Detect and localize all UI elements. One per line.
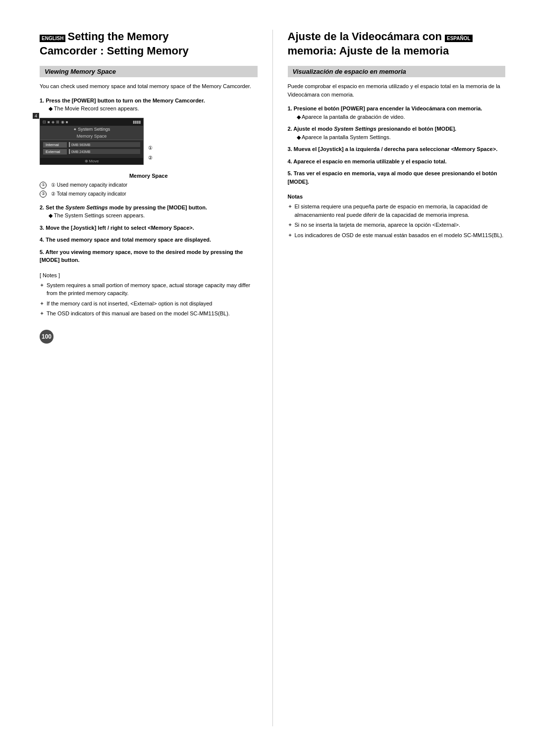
step-3-num: 3. [40, 225, 46, 231]
camera-screen-diagram: ⊡ ■ ◈ ⊞ ◉ ■ ▮▮▮▮ ✦ System Settings [40, 118, 144, 165]
right-step-3-text: Mueva el [Joystick] a la izquierda / der… [294, 146, 497, 152]
right-step-3-num: 3. [288, 146, 294, 152]
cam-battery-icon: ▮▮▮▮ [133, 120, 141, 124]
right-title: Ajuste de la Videocámara con ESPAÑOL mem… [288, 30, 506, 58]
left-notes: [ Notes ] ✦ System requires a small port… [40, 272, 258, 318]
right-note-3: ✦ Los indicadores de OSD de este manual … [288, 231, 506, 240]
lang-badge-en: ENGLISH [40, 35, 65, 42]
lang-badge-es: ESPAÑOL [445, 35, 473, 42]
title-line2: Camcorder : Setting Memory [40, 44, 258, 58]
cam-external-fill [69, 149, 70, 154]
diagram-wrapper: 4 ⊡ ■ ◈ ⊞ ◉ ■ ▮▮▮▮ [40, 118, 144, 165]
title-line1: Setting the Memory [67, 30, 168, 43]
cam-icon-5: ◉ [61, 120, 64, 124]
note-1-text: System requires a small portion of memor… [47, 281, 258, 298]
right-notes: Notas ✦ El sistema requiere una pequeña … [288, 194, 506, 239]
left-title: ENGLISHSetting the Memory Camcorder : Se… [40, 30, 258, 58]
diagram-area: 4 ⊡ ■ ◈ ⊞ ◉ ■ ▮▮▮▮ [40, 118, 258, 165]
right-step-1: 1. Presione el botón [POWER] para encend… [288, 104, 506, 121]
step-2-num: 2. [40, 204, 46, 210]
cam-icon-1: ⊡ [43, 120, 46, 124]
note-3: ✦ The OSD indicators of this manual are … [40, 309, 258, 318]
cam-top-bar: ⊡ ■ ◈ ⊞ ◉ ■ ▮▮▮▮ [40, 118, 143, 126]
page: ENGLISHSetting the Memory Camcorder : Se… [0, 0, 535, 756]
note-1: ✦ System requires a small portion of mem… [40, 281, 258, 298]
left-intro: You can check used memory space and tota… [40, 82, 258, 91]
step-1-text: Press the [POWER] button to turn on the … [46, 98, 205, 103]
cam-external-value: 0MB 243MB [71, 150, 91, 153]
two-column-layout: ENGLISHSetting the Memory Camcorder : Se… [40, 30, 505, 726]
step-4: 4. The used memory space and total memor… [40, 236, 258, 244]
notes-title: [ Notes ] [40, 272, 258, 278]
step4-badge: 4 [33, 113, 39, 119]
cam-top-icons: ⊡ ■ ◈ ⊞ ◉ ■ [43, 120, 68, 124]
right-note-2: ✦ Si no se inserta la tarjeta de memoria… [288, 221, 506, 229]
right-step-2-text: Ajuste el modo System Settings presionan… [293, 126, 456, 132]
step-2-bullet: The System Settings screen appears. [49, 211, 258, 220]
step-5-text: After you viewing memory space, move to … [40, 249, 243, 263]
cam-internal-label: Internal [43, 142, 67, 148]
right-step-4: 4. Aparece el espacio en memoria utiliza… [288, 157, 506, 166]
note-2: ✦ If the memory card is not inserted, <E… [40, 300, 258, 308]
left-subsection-header: Viewing Memory Space [40, 66, 258, 77]
step-2: 2. Set the System Settings mode by press… [40, 203, 258, 220]
page-number-area: 100 [40, 320, 258, 344]
memory-space-caption: Memory Space [40, 173, 258, 179]
cam-title-text: System Settings [78, 127, 110, 132]
left-column: ENGLISHSetting the Memory Camcorder : Se… [40, 30, 273, 726]
right-title-line2: memoria: Ajuste de la memoria [288, 45, 449, 57]
cam-external-label: External [43, 149, 67, 154]
annotation-circle-2: ② [148, 155, 153, 160]
annotation-circle-1: ① [148, 145, 153, 151]
cam-external-bar: 0MB 243MB [69, 149, 140, 154]
note-3-diamond: ✦ [40, 309, 44, 318]
cam-icon-4: ⊞ [56, 120, 59, 124]
cam-body: Internal 0MB 983MB External [40, 140, 143, 158]
step-2-text: Set the System Settings mode by pressing… [46, 204, 207, 210]
num-1-badge: ① [40, 182, 47, 189]
cam-internal-value: 0MB 983MB [71, 143, 91, 147]
step-3: 3. Move the [Joystick] left / right to s… [40, 224, 258, 232]
cam-internal-row: Internal 0MB 983MB [43, 142, 140, 148]
cam-settings-icon: ✦ [73, 127, 77, 132]
step-4-text: The used memory space and total memory s… [46, 237, 211, 243]
note-2-text: If the memory card is not inserted, <Ext… [47, 300, 212, 308]
cam-internal-fill [69, 142, 70, 147]
cam-internal-bar: 0MB 983MB [69, 142, 140, 147]
note-3-text: The OSD indicators of this manual are ba… [47, 309, 230, 318]
step-3-text: Move the [Joystick] left / right to sele… [46, 225, 194, 231]
right-step-4-text: Aparece el espacio en memoria utilizable… [293, 158, 446, 164]
right-note-1-diamond: ✦ [288, 202, 292, 211]
cam-icon-2: ■ [48, 120, 50, 124]
memory-space-caption-area: Memory Space ① ① Used memory capacity in… [40, 173, 258, 198]
right-note-3-diamond: ✦ [288, 231, 292, 240]
right-note-3-text: Los indicadores de OSD de este manual es… [295, 231, 504, 240]
cam-icon-6: ■ [66, 120, 68, 124]
note-1-diamond: ✦ [40, 281, 44, 290]
page-number-badge: 100 [40, 330, 54, 344]
cam-bottom-text: Move [89, 159, 99, 163]
right-step-5-num: 5. [288, 170, 294, 176]
right-step-4-num: 4. [288, 158, 294, 164]
right-notes-title: Notas [288, 194, 506, 200]
right-step-2-bullet: Aparece la pantalla System Settings. [297, 133, 506, 142]
num-2-badge: ② [40, 191, 47, 198]
right-step-1-bullet: Aparece la pantalla de grabación de vide… [297, 113, 506, 121]
right-step-2: 2. Ajuste el modo System Settings presio… [288, 125, 506, 141]
right-note-2-text: Si no se inserta la tarjeta de memoria, … [295, 221, 460, 229]
right-column: Ajuste de la Videocámara con ESPAÑOL mem… [273, 30, 506, 726]
cam-icon-3: ◈ [52, 120, 54, 124]
step-1-num: 1. [40, 98, 46, 103]
right-step-5-text: Tras ver el espacio en memoria, vaya al … [288, 170, 497, 185]
right-step-1-num: 1. [288, 105, 294, 111]
right-intro: Puede comprobar el espacio en memoria ut… [288, 82, 506, 99]
note-2-diamond: ✦ [40, 300, 44, 308]
right-step-1-text: Presione el botón [POWER] para encender … [294, 105, 482, 111]
right-step-3: 3. Mueva el [Joystick] a la izquierda / … [288, 145, 506, 153]
annotation-2-text: ② Total memory capacity indicator [51, 191, 126, 198]
annotation-1-label: ① ① Used memory capacity indicator [40, 182, 258, 189]
cam-menu-title: Memory Space [40, 133, 143, 140]
step-4-num: 4. [40, 237, 46, 243]
right-title-line1: Ajuste de la Videocámara con ESPAÑOL [288, 30, 475, 43]
cam-bottom-bar: ⊕ Move [40, 158, 143, 164]
